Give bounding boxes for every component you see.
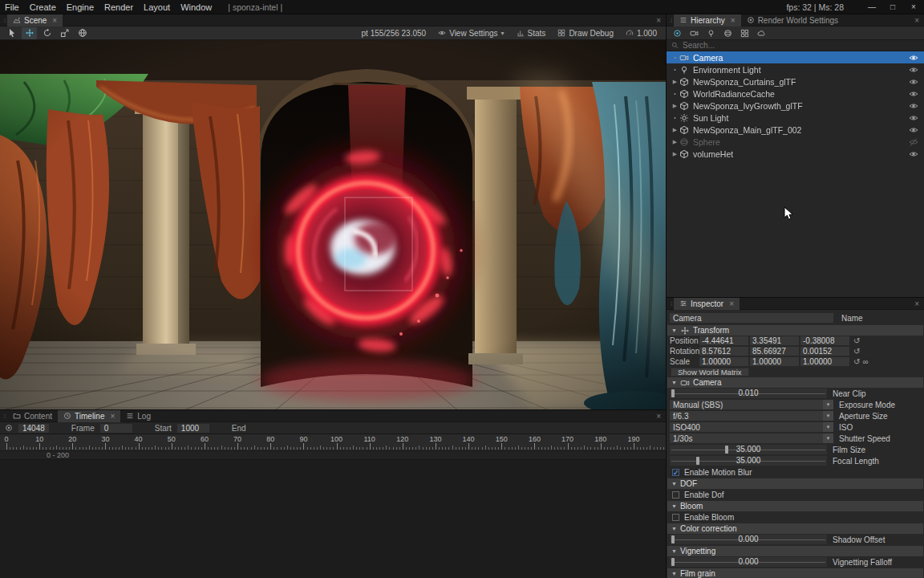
current-frame-field[interactable]: 14048 bbox=[18, 424, 49, 433]
stats-button[interactable]: Stats bbox=[517, 29, 546, 38]
menu-item-create[interactable]: Create bbox=[30, 2, 56, 12]
visibility-eye-icon[interactable] bbox=[909, 125, 918, 135]
timeline-track-area[interactable] bbox=[0, 460, 666, 578]
close-icon[interactable]: × bbox=[110, 412, 115, 421]
number-field-z[interactable]: -0.38008 bbox=[800, 336, 849, 345]
reset-icon[interactable]: ↺ bbox=[853, 347, 860, 356]
slider[interactable]: 35.000 bbox=[670, 456, 827, 466]
menu-item-window[interactable]: Window bbox=[180, 2, 212, 12]
cursor-tool-button[interactable] bbox=[4, 27, 19, 39]
number-field-x[interactable]: 8.57612 bbox=[699, 347, 748, 356]
close-icon[interactable]: × bbox=[52, 16, 57, 25]
number-field-y[interactable]: 85.66927 bbox=[750, 347, 799, 356]
add-grid-button[interactable] bbox=[738, 27, 752, 39]
section-header[interactable]: ▼Transform bbox=[667, 325, 923, 336]
slider[interactable]: 0.000 bbox=[670, 535, 827, 544]
panel-close-icon[interactable]: × bbox=[914, 299, 919, 308]
collapse-triangle-icon[interactable]: ▼ bbox=[671, 503, 677, 509]
visibility-eye-icon[interactable] bbox=[909, 101, 918, 111]
collapse-triangle-icon[interactable]: ▼ bbox=[671, 571, 677, 576]
hierarchy-item[interactable]: •Camera bbox=[667, 51, 924, 63]
section-header[interactable]: ▼Color correction bbox=[667, 523, 923, 534]
section-header[interactable]: ▼Camera bbox=[667, 377, 923, 388]
menu-item-file[interactable]: File bbox=[5, 2, 19, 12]
hierarchy-item[interactable]: •Sun Light bbox=[667, 112, 924, 124]
tab-scene[interactable]: Scene × bbox=[7, 14, 63, 26]
checkbox[interactable]: ✓ bbox=[672, 469, 679, 476]
hierarchy-item[interactable]: •Environment Light bbox=[667, 63, 924, 75]
section-header[interactable]: ▼Bloom bbox=[667, 501, 923, 511]
visibility-eye-icon[interactable] bbox=[909, 89, 918, 99]
minimize-button[interactable]: — bbox=[866, 2, 877, 11]
number-field-y[interactable]: 3.35491 bbox=[750, 336, 799, 345]
visibility-eye-icon[interactable] bbox=[909, 53, 918, 63]
start-value-field[interactable]: 1000 bbox=[177, 424, 209, 433]
reset-icon[interactable]: ↺ bbox=[853, 336, 860, 345]
show-world-matrix-button[interactable]: Show World Matrix bbox=[671, 368, 749, 377]
globe-tool-button[interactable] bbox=[75, 27, 90, 39]
add-target-button[interactable] bbox=[671, 27, 684, 39]
panel-grip[interactable]: ⁞ bbox=[668, 300, 674, 307]
number-field-z[interactable]: 1.00000 bbox=[800, 357, 849, 366]
section-header[interactable]: ▼DOF bbox=[667, 478, 923, 489]
expand-arrow-icon[interactable]: ▶ bbox=[671, 79, 679, 85]
panel-close-icon[interactable]: × bbox=[914, 16, 919, 25]
dropdown[interactable]: Manual (SBS)▾ bbox=[670, 400, 833, 409]
viewport-3d-scene[interactable] bbox=[0, 40, 666, 409]
reset-icon[interactable]: ↺ bbox=[853, 357, 860, 366]
timeline-ruler[interactable]: 0102030405060708090100110120130140150160… bbox=[0, 434, 666, 451]
speed-value[interactable]: 1.000 bbox=[626, 29, 657, 38]
add-sphere-button[interactable] bbox=[721, 27, 735, 39]
menu-item-engine[interactable]: Engine bbox=[67, 2, 94, 12]
section-header[interactable]: ▼Film grain bbox=[667, 568, 923, 578]
draw-debug-button[interactable]: Draw Debug bbox=[557, 29, 614, 38]
menu-item-layout[interactable]: Layout bbox=[144, 2, 170, 12]
close-icon[interactable]: × bbox=[731, 16, 736, 25]
panel-close-icon[interactable]: × bbox=[656, 16, 661, 25]
close-button[interactable]: × bbox=[908, 2, 919, 11]
dropdown[interactable]: 1/30s▾ bbox=[670, 434, 833, 443]
add-bulb-button[interactable] bbox=[704, 27, 718, 39]
checkbox[interactable] bbox=[672, 491, 679, 499]
hierarchy-item[interactable]: ▶NewSponza_IvyGrowth_glTF bbox=[667, 100, 924, 112]
panel-close-icon[interactable]: × bbox=[656, 412, 661, 421]
hierarchy-item[interactable]: ▶Sphere bbox=[667, 136, 924, 148]
add-cloud-button[interactable] bbox=[755, 27, 768, 39]
maximize-button[interactable]: □ bbox=[887, 2, 898, 11]
hierarchy-item[interactable]: ▶volumeHet bbox=[667, 148, 924, 160]
move-tool-button[interactable] bbox=[22, 27, 37, 39]
add-camera-button[interactable] bbox=[687, 27, 701, 39]
link-icon[interactable]: ∞ bbox=[862, 357, 868, 366]
collapse-triangle-icon[interactable]: ▼ bbox=[671, 380, 677, 385]
visibility-eye-icon[interactable] bbox=[909, 65, 918, 75]
section-header[interactable]: ▼Vignetting bbox=[667, 546, 923, 556]
view-settings-button[interactable]: View Settings▾ bbox=[438, 29, 504, 38]
visibility-eye-icon[interactable] bbox=[909, 149, 918, 159]
number-field-x[interactable]: -4.44641 bbox=[699, 336, 748, 345]
hierarchy-item[interactable]: ▶NewSponza_Curtains_glTF bbox=[667, 75, 924, 88]
hierarchy-item[interactable]: •WorldRadianceCache bbox=[667, 88, 924, 100]
close-icon[interactable]: × bbox=[729, 299, 734, 308]
collapse-triangle-icon[interactable]: ▼ bbox=[671, 526, 677, 531]
visibility-eye-icon[interactable] bbox=[909, 113, 918, 123]
number-field-z[interactable]: 0.00152 bbox=[800, 347, 849, 356]
panel-grip[interactable]: ⁞ bbox=[2, 17, 7, 24]
slider[interactable]: 0.000 bbox=[670, 557, 827, 567]
number-field-y[interactable]: 1.00000 bbox=[750, 357, 799, 366]
tab-hierarchy[interactable]: Hierarchy × bbox=[674, 14, 741, 26]
number-field-x[interactable]: 1.00000 bbox=[699, 357, 748, 366]
entity-name-input[interactable] bbox=[670, 313, 833, 323]
tab-content[interactable]: Content bbox=[7, 410, 58, 422]
visibility-eye-off-icon[interactable] bbox=[909, 137, 918, 147]
dropdown[interactable]: f/6.3▾ bbox=[670, 411, 833, 421]
rotate-tool-button[interactable] bbox=[39, 27, 55, 39]
collapse-triangle-icon[interactable]: ▼ bbox=[671, 548, 677, 554]
visibility-eye-icon[interactable] bbox=[909, 77, 918, 87]
slider[interactable]: 35.000 bbox=[670, 445, 827, 454]
checkbox[interactable] bbox=[672, 514, 679, 521]
tab-render-world-settings[interactable]: Render World Settings bbox=[741, 14, 844, 26]
dropdown[interactable]: ISO400▾ bbox=[670, 422, 833, 432]
frame-value-field[interactable]: 0 bbox=[100, 424, 132, 433]
panel-grip[interactable]: ⁞ bbox=[668, 17, 674, 24]
tab-timeline[interactable]: Timeline × bbox=[58, 410, 120, 422]
